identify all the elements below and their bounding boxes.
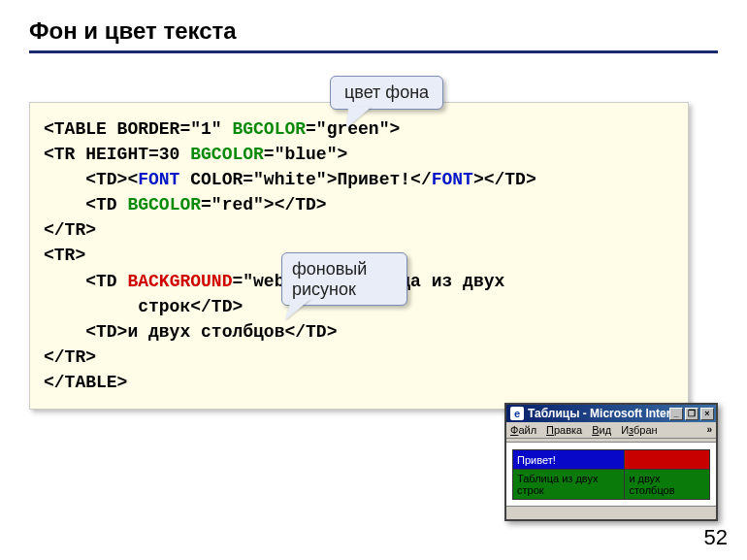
code-text: ="red"></TD> bbox=[201, 195, 327, 214]
code-text: <TR> bbox=[44, 246, 85, 265]
cell-privet: Привет! bbox=[513, 450, 625, 470]
code-text: <TD>< bbox=[44, 170, 138, 189]
code-text: </TR> bbox=[44, 347, 96, 367]
callout-bgcolor: цвет фона bbox=[330, 76, 443, 110]
table-row: Привет! bbox=[513, 450, 710, 470]
code-kw-font: FONT bbox=[138, 170, 179, 189]
code-kw-font: FONT bbox=[432, 170, 473, 189]
titlebar: e Таблицы - Microsoft Intern... _ ❐ × bbox=[506, 405, 716, 422]
menu-edit[interactable]: Правка bbox=[546, 424, 582, 436]
code-text: </TR> bbox=[44, 220, 96, 240]
close-button[interactable]: × bbox=[700, 408, 714, 420]
code-text: COLOR="white">Привет!</ bbox=[179, 170, 431, 189]
minimize-button[interactable]: _ bbox=[669, 408, 683, 420]
code-text: <TD>и двух столбцов</TD> bbox=[44, 322, 337, 342]
cell-b1: Таблица из двух строк bbox=[513, 470, 625, 500]
code-text: <TD bbox=[44, 195, 127, 214]
code-text: <TR HEIGHT=30 bbox=[44, 145, 190, 164]
menu-more-icon[interactable]: » bbox=[706, 424, 712, 436]
code-text: </TABLE> bbox=[44, 373, 127, 392]
code-kw-background: BACKGROUND bbox=[127, 272, 232, 291]
code-text: строк</TD> bbox=[44, 297, 243, 316]
page-title: Фон и цвет текста bbox=[29, 17, 718, 45]
code-text: ></TD> bbox=[473, 170, 536, 189]
page-number: 52 bbox=[704, 525, 728, 550]
title-rule bbox=[29, 50, 718, 53]
window-title: Таблицы - Microsoft Intern... bbox=[528, 407, 669, 420]
menu-favorites[interactable]: Избран bbox=[621, 424, 657, 436]
code-kw-bgcolor: BGCOLOR bbox=[190, 145, 264, 164]
menu-file[interactable]: Файл bbox=[510, 424, 536, 436]
menubar: Файл Правка Вид Избран » bbox=[506, 422, 716, 439]
maximize-button[interactable]: ❐ bbox=[685, 408, 698, 420]
ie-icon: e bbox=[510, 407, 524, 420]
table-row: Таблица из двух строк и двух столбцов bbox=[513, 470, 710, 500]
rendered-table: Привет! Таблица из двух строк и двух сто… bbox=[512, 449, 710, 500]
menu-view[interactable]: Вид bbox=[592, 424, 611, 436]
code-text: <TD bbox=[44, 272, 127, 291]
browser-content: Привет! Таблица из двух строк и двух сто… bbox=[506, 443, 716, 506]
browser-window: e Таблицы - Microsoft Intern... _ ❐ × Фа… bbox=[504, 403, 718, 521]
statusbar bbox=[506, 506, 716, 519]
cell-b2: и двух столбцов bbox=[625, 470, 710, 500]
code-kw-bgcolor: BGCOLOR bbox=[127, 195, 201, 214]
code-kw-bgcolor: BGCOLOR bbox=[232, 119, 306, 139]
cell-red bbox=[625, 450, 710, 470]
code-text: ="blue"> bbox=[264, 145, 347, 164]
code-text: <TABLE BORDER="1" bbox=[44, 119, 232, 139]
